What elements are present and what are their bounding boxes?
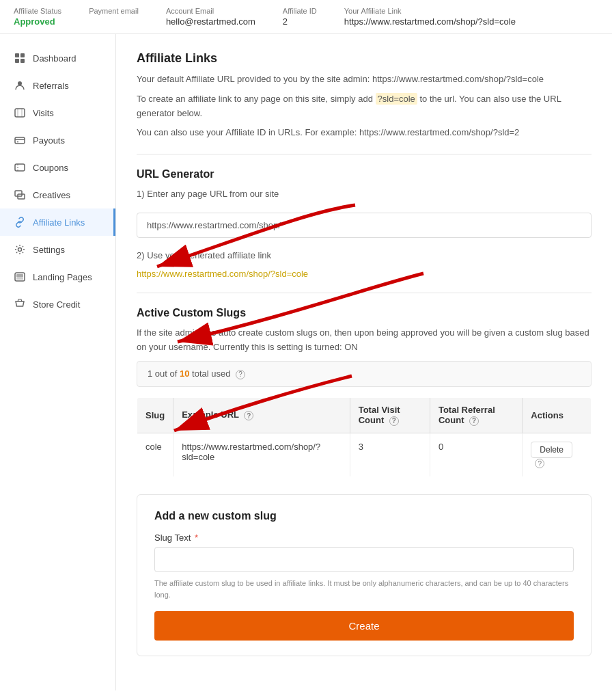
slug-usage-box: 1 out of 10 total used ?: [137, 361, 592, 387]
slug-table: Slug Example URL ? Total Visit Count ? T…: [137, 397, 592, 477]
sidebar-label-visits: Visits: [33, 108, 54, 118]
dashboard-icon: [14, 52, 26, 64]
svg-rect-0: [15, 53, 19, 57]
active-slugs-title: Active Custom Slugs: [137, 307, 592, 319]
sidebar-label-landing-pages: Landing Pages: [33, 272, 92, 282]
referral-count-cell: 0: [430, 433, 522, 477]
sidebar-item-referrals[interactable]: Referrals: [0, 72, 115, 99]
default-url-text: Your default Affiliate URL provided to y…: [137, 72, 592, 87]
active-custom-slugs-section: Active Custom Slugs If the site admin ha…: [137, 307, 592, 477]
top-bar: Affiliate Status Approved Payment email …: [0, 0, 612, 34]
sidebar-label-affiliate-links: Affiliate Links: [33, 217, 85, 228]
col-visit-count: Total Visit Count ?: [350, 397, 430, 433]
slug-text-label: Slug Text *: [154, 533, 574, 543]
sidebar-item-landing-pages[interactable]: Landing Pages: [0, 263, 115, 291]
add-slug-title: Add a new custom slug: [154, 510, 574, 522]
sidebar-item-dashboard[interactable]: Dashboard: [0, 44, 115, 72]
creatives-icon: [14, 189, 26, 201]
url-generator-section: URL Generator 1) Enter any page URL from…: [137, 168, 592, 279]
sidebar-label-settings: Settings: [33, 245, 65, 255]
payouts-icon: [14, 134, 26, 146]
affiliate-links-title: Affiliate Links: [137, 51, 592, 66]
coupons-icon: [14, 161, 26, 174]
col-actions: Actions: [523, 397, 592, 433]
create-link-text: To create an affiliate link to any page …: [137, 92, 592, 121]
affiliate-links-section: Affiliate Links Your default Affiliate U…: [137, 51, 592, 140]
referral-count-info-icon[interactable]: ?: [469, 416, 479, 426]
divider-2: [137, 293, 592, 293]
sidebar-label-referrals: Referrals: [33, 81, 69, 91]
example-url-cell: https://www.restartmed.com/shop/?sld=col…: [173, 433, 350, 477]
svg-point-7: [17, 142, 18, 143]
example-url-info-icon[interactable]: ?: [244, 411, 253, 420]
account-email: Account Email hello@restartmed.com: [166, 7, 255, 27]
slug-usage-text: 1 out of: [148, 368, 177, 379]
visits-icon: [14, 107, 26, 119]
sidebar-item-creatives[interactable]: Creatives: [0, 181, 115, 208]
url-generator-step1: 1) Enter any page URL from our site: [137, 187, 592, 202]
store-credit-icon: [14, 298, 26, 310]
create-button[interactable]: Create: [154, 611, 574, 641]
url-generator-input[interactable]: [137, 213, 592, 238]
sidebar-item-visits[interactable]: Visits: [0, 99, 115, 126]
main-content: Affiliate Links Your default Affiliate U…: [116, 34, 612, 690]
col-example-url: Example URL ?: [173, 397, 350, 433]
svg-point-4: [18, 81, 22, 85]
affiliate-id-text: You can also use your Affiliate ID in UR…: [137, 126, 592, 140]
svg-rect-14: [16, 274, 23, 278]
delete-button[interactable]: Delete: [531, 442, 572, 458]
your-affiliate-link: Your Affiliate Link https://www.restartm…: [344, 7, 516, 27]
sidebar-item-store-credit[interactable]: Store Credit: [0, 291, 115, 318]
svg-rect-8: [15, 164, 25, 171]
svg-rect-6: [15, 137, 25, 144]
payment-email: Payment email: [89, 7, 139, 27]
affiliate-id: Affiliate ID 2: [283, 7, 317, 27]
url-generator-step2: 2) Use your generated affiliate link: [137, 249, 592, 263]
svg-rect-3: [20, 59, 25, 63]
sidebar-item-coupons[interactable]: Coupons: [0, 154, 115, 181]
affiliate-links-icon: [14, 216, 26, 228]
slug-field-hint: The affiliate custom slug to be used in …: [154, 578, 574, 600]
visit-count-info-icon[interactable]: ?: [389, 416, 399, 426]
actions-cell: Delete ?: [523, 433, 592, 477]
slug-total: 10: [180, 368, 189, 379]
usage-info-icon[interactable]: ?: [236, 370, 245, 379]
sidebar-label-store-credit: Store Credit: [33, 299, 80, 310]
actions-info-icon[interactable]: ?: [535, 459, 544, 468]
sidebar-item-settings[interactable]: Settings: [0, 236, 115, 263]
landing-pages-icon: [14, 271, 26, 283]
sidebar: Dashboard Referrals Vi: [0, 34, 116, 690]
sidebar-label-payouts: Payouts: [33, 135, 65, 146]
affiliate-status: Affiliate Status Approved: [14, 7, 61, 27]
col-slug: Slug: [137, 397, 173, 433]
url-generator-title: URL Generator: [137, 168, 592, 180]
sidebar-item-payouts[interactable]: Payouts: [0, 126, 115, 154]
sidebar-label-coupons: Coupons: [33, 163, 68, 173]
svg-rect-1: [20, 53, 25, 57]
slug-highlight: ?sld=cole: [376, 93, 417, 105]
sidebar-label-creatives: Creatives: [33, 190, 70, 200]
generated-link[interactable]: https://www.restartmed.com/shop/?sld=col…: [137, 269, 308, 279]
required-star: *: [195, 533, 198, 543]
sidebar-label-dashboard: Dashboard: [33, 53, 76, 64]
settings-icon: [14, 243, 26, 256]
svg-rect-5: [15, 109, 25, 117]
col-referral-count: Total Referral Count ?: [430, 397, 522, 433]
add-slug-section: Add a new custom slug Slug Text * The af…: [137, 494, 592, 656]
active-slugs-description: If the site admin has auto create custom…: [137, 326, 592, 355]
svg-rect-2: [15, 59, 19, 63]
svg-point-12: [18, 248, 22, 252]
slug-usage-suffix: total used: [192, 368, 230, 379]
slug-text-input[interactable]: [154, 547, 574, 572]
referrals-icon: [14, 79, 26, 92]
divider-1: [137, 154, 592, 154]
visit-count-cell: 3: [350, 433, 430, 477]
svg-rect-10: [15, 191, 22, 196]
table-row: cole https://www.restartmed.com/shop/?sl…: [137, 433, 592, 477]
sidebar-item-affiliate-links[interactable]: Affiliate Links: [0, 208, 115, 236]
slug-cell: cole: [137, 433, 173, 477]
